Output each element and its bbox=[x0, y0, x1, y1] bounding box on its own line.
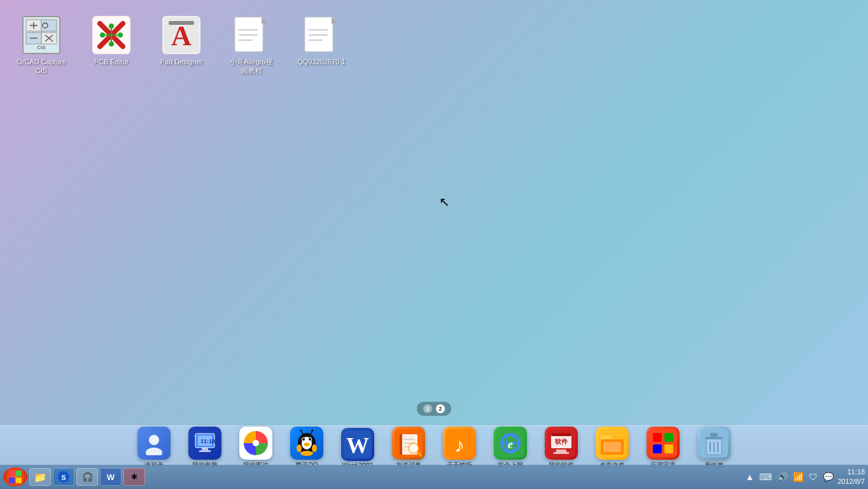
appstore-icon bbox=[647, 427, 680, 460]
svg-rect-87 bbox=[653, 433, 662, 442]
page-dot-1[interactable]: 1 bbox=[423, 404, 432, 413]
svg-point-51 bbox=[309, 438, 311, 441]
desktop-icons-container: CIS OrCAD Capture CIS bbox=[0, 0, 868, 92]
youdao-icon bbox=[392, 427, 425, 460]
svg-point-36 bbox=[149, 435, 159, 445]
orcad-icon-svg: CIS bbox=[24, 17, 59, 53]
svg-point-54 bbox=[312, 444, 317, 452]
bottom-bar: 📁 S 🎧 W ✱ ▲ ⌨ � bbox=[0, 465, 868, 489]
dock-item-computer[interactable]: 11:18 我的电脑 bbox=[182, 427, 228, 470]
dock-item-software[interactable]: 软件 我的软件 bbox=[538, 427, 584, 470]
qianqian-icon: ♪ bbox=[443, 427, 476, 460]
software-icon: 软件 bbox=[545, 427, 578, 460]
svg-rect-2 bbox=[41, 20, 57, 31]
svg-rect-88 bbox=[664, 433, 673, 442]
svg-rect-23 bbox=[169, 21, 194, 25]
svg-text:W: W bbox=[346, 433, 369, 458]
dock-item-login[interactable]: 请登录 bbox=[131, 427, 177, 470]
svg-rect-40 bbox=[202, 448, 208, 450]
desktop-icon-allegro-video[interactable]: 小哥Allegro视 频教程 bbox=[223, 13, 280, 79]
ie-icon: e bbox=[494, 427, 527, 460]
svg-text:CIS: CIS bbox=[37, 45, 45, 50]
tray-message-icon[interactable]: 💬 bbox=[822, 472, 835, 482]
svg-point-45 bbox=[253, 440, 259, 446]
svg-point-52 bbox=[304, 443, 310, 446]
svg-point-37 bbox=[146, 448, 162, 455]
svg-marker-26 bbox=[262, 17, 268, 24]
tray-volume-icon[interactable]: 🔊 bbox=[776, 472, 789, 482]
taskbar-explorer-btn[interactable]: 📁 bbox=[29, 468, 51, 486]
svg-point-59 bbox=[312, 430, 314, 432]
system-clock[interactable]: 11:18 2012/8/7 bbox=[837, 467, 865, 487]
start-button[interactable] bbox=[3, 467, 27, 486]
svg-rect-80 bbox=[556, 450, 566, 452]
word-icon: W bbox=[341, 428, 374, 461]
svg-point-55 bbox=[300, 451, 313, 456]
svg-rect-99 bbox=[16, 471, 22, 476]
orcad-icon-image: CIS bbox=[22, 16, 60, 54]
qq-file-label: QQ93202670 1 bbox=[297, 57, 345, 66]
clock-date: 2012/8/7 bbox=[837, 477, 865, 486]
svg-rect-98 bbox=[9, 471, 15, 476]
svg-rect-42 bbox=[194, 436, 197, 437]
photos-icon bbox=[239, 427, 272, 460]
svg-point-16 bbox=[118, 32, 123, 38]
svg-point-15 bbox=[100, 32, 105, 38]
desktop-file-icon bbox=[596, 427, 629, 460]
recycle-icon bbox=[697, 427, 731, 460]
allegro-video-icon-image bbox=[232, 16, 270, 54]
svg-text:e: e bbox=[508, 438, 513, 451]
svg-point-53 bbox=[297, 444, 302, 452]
dock-item-ie[interactable]: e 安全上网 bbox=[487, 427, 533, 470]
pad-designer-icon-svg: A bbox=[164, 17, 199, 53]
taskbar-headphones-btn[interactable]: 🎧 bbox=[76, 468, 98, 486]
tray-keyboard-icon[interactable]: ⌨ bbox=[758, 472, 773, 482]
login-icon bbox=[137, 427, 171, 460]
tray-network-icon[interactable]: 📶 bbox=[792, 472, 805, 482]
svg-rect-93 bbox=[705, 437, 723, 439]
allegro-video-label: 小哥Allegro视 频教程 bbox=[226, 57, 277, 76]
svg-text:♪: ♪ bbox=[454, 434, 465, 457]
computer-icon: 11:18 bbox=[188, 427, 221, 460]
svg-rect-64 bbox=[400, 434, 402, 455]
dock-item-qianqian[interactable]: ♪ 千千静听 bbox=[437, 427, 482, 470]
pcb-editor-label: PCB Editor bbox=[94, 57, 129, 66]
svg-rect-85 bbox=[603, 442, 621, 452]
svg-text:11:18: 11:18 bbox=[200, 438, 215, 444]
svg-rect-79 bbox=[551, 433, 571, 436]
svg-rect-41 bbox=[199, 450, 211, 452]
taskbar-pcb-btn[interactable]: ✱ bbox=[123, 468, 145, 486]
svg-rect-94 bbox=[710, 433, 718, 437]
clock-time: 11:18 bbox=[837, 467, 865, 477]
tray-security-icon[interactable]: 🛡 bbox=[808, 472, 819, 482]
taskbar-word-btn[interactable]: W bbox=[100, 468, 122, 486]
page-dot-2[interactable]: 2 bbox=[436, 404, 445, 413]
dock-item-word[interactable]: W Word 2003 bbox=[335, 428, 381, 469]
dock-item-photos[interactable]: 我的图片 bbox=[233, 427, 279, 470]
dock: 请登录 11:18 我的电脑 bbox=[0, 426, 868, 471]
dock-item-youdao[interactable]: 有道词典 bbox=[386, 427, 431, 470]
bottom-left-area: 📁 S 🎧 W ✱ bbox=[3, 467, 145, 486]
svg-rect-90 bbox=[664, 444, 673, 453]
pcb-editor-icon-svg bbox=[94, 17, 129, 53]
svg-rect-100 bbox=[9, 478, 15, 483]
tray-expand-icon[interactable]: ▲ bbox=[744, 472, 755, 482]
svg-point-18 bbox=[109, 41, 114, 46]
svg-rect-81 bbox=[554, 452, 569, 454]
desktop-icon-qq-file[interactable]: QQ93202670 1 bbox=[293, 13, 350, 79]
dock-item-desktop-file[interactable]: 桌面文件 bbox=[589, 427, 635, 470]
dock-item-qq[interactable]: 腾讯QQ bbox=[284, 427, 330, 470]
svg-rect-89 bbox=[653, 444, 662, 453]
desktop-icon-pad-designer[interactable]: A Pad Designer bbox=[153, 13, 210, 79]
taskbar-sogou-btn[interactable]: S bbox=[53, 468, 74, 486]
svg-text:A: A bbox=[171, 20, 192, 52]
dock-item-appstore[interactable]: 应用宝库 bbox=[640, 427, 686, 470]
desktop-icon-pcb-editor[interactable]: PCB Editor bbox=[83, 13, 140, 79]
pad-designer-label: Pad Designer bbox=[160, 57, 203, 66]
dock-item-recycle[interactable]: 废纸篓 bbox=[691, 427, 737, 470]
svg-text:软件: 软件 bbox=[554, 438, 568, 445]
desktop-icon-orcad[interactable]: CIS OrCAD Capture CIS bbox=[13, 13, 70, 79]
svg-marker-32 bbox=[332, 17, 338, 24]
pcb-editor-icon-image bbox=[92, 16, 130, 54]
desktop: CIS OrCAD Capture CIS bbox=[0, 0, 868, 425]
